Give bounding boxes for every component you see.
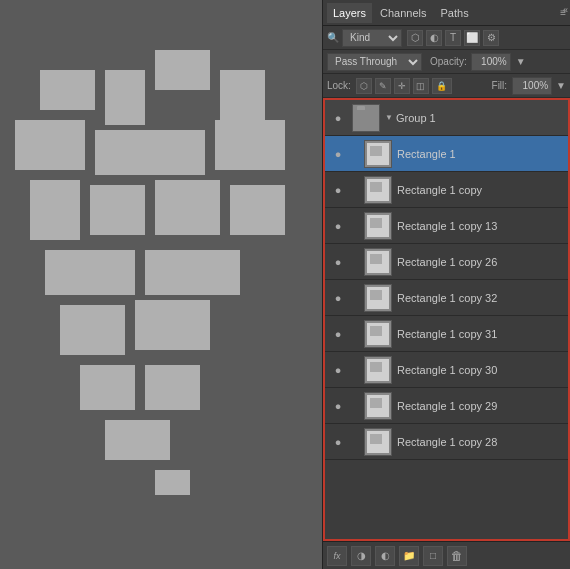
canvas-rect xyxy=(220,70,265,125)
layers-panel: « Layers Channels Paths ≡ 🔍 Kind ⬡ ◐ T ⬜… xyxy=(322,0,570,569)
create-new-layer-button[interactable]: □ xyxy=(423,546,443,566)
tab-layers[interactable]: Layers xyxy=(327,3,372,23)
canvas-rect xyxy=(15,120,85,170)
canvas-rect xyxy=(105,70,145,125)
fill-input[interactable] xyxy=(512,77,552,95)
fill-label: Fill: xyxy=(492,80,508,91)
canvas-rect xyxy=(145,250,240,295)
layer-thumbnail-rect1copy30 xyxy=(364,356,392,384)
lock-row: Lock: ⬡ ✎ ✛ ◫ 🔒 Fill: ▼ xyxy=(323,74,570,98)
layer-item-rect1copy30[interactable]: ● Rectangle 1 copy 30 xyxy=(325,352,568,388)
lock-transparent-button[interactable]: ⬡ xyxy=(356,78,372,94)
add-mask-button[interactable]: ◑ xyxy=(351,546,371,566)
kind-filter-icons: ⬡ ◐ T ⬜ ⚙ xyxy=(407,30,499,46)
layer-thumbnail-rect1copy26 xyxy=(364,248,392,276)
canvas-rect xyxy=(155,470,190,495)
layer-item-rect1copy13[interactable]: ● Rectangle 1 copy 13 xyxy=(325,208,568,244)
layer-visibility-rect1copy29[interactable]: ● xyxy=(329,397,347,415)
layer-name-rect1copy29: Rectangle 1 copy 29 xyxy=(397,400,564,412)
filter-type-icon[interactable]: T xyxy=(445,30,461,46)
blend-mode-select[interactable]: Pass Through xyxy=(327,53,422,71)
layer-visibility-group1[interactable]: ● xyxy=(329,109,347,127)
lock-pixels-button[interactable]: ✎ xyxy=(375,78,391,94)
panel-tabs: Layers Channels Paths ≡ xyxy=(323,0,570,26)
tab-paths[interactable]: Paths xyxy=(435,3,475,23)
layer-visibility-rect1copy31[interactable]: ● xyxy=(329,325,347,343)
lock-all-button[interactable]: 🔒 xyxy=(432,78,452,94)
layer-visibility-rect1copy30[interactable]: ● xyxy=(329,361,347,379)
tab-channels[interactable]: Channels xyxy=(374,3,432,23)
canvas-rect xyxy=(135,300,210,350)
fx-button[interactable]: fx xyxy=(327,546,347,566)
layer-thumbnail-rect1copy xyxy=(364,176,392,204)
layer-name-rect1copy32: Rectangle 1 copy 32 xyxy=(397,292,564,304)
lock-label: Lock: xyxy=(327,80,351,91)
layer-thumbnail-rect1 xyxy=(364,140,392,168)
layer-item-rect1[interactable]: ● Rectangle 1 xyxy=(325,136,568,172)
filter-pixel-icon[interactable]: ⬡ xyxy=(407,30,423,46)
layer-name-rect1: Rectangle 1 xyxy=(397,148,564,160)
canvas-area xyxy=(0,0,320,569)
opacity-label: Opacity: xyxy=(430,56,467,67)
layer-visibility-rect1[interactable]: ● xyxy=(329,145,347,163)
canvas-rect xyxy=(60,305,125,355)
layer-item-group1[interactable]: ● ▼ Group 1 xyxy=(325,100,568,136)
delete-layer-button[interactable]: 🗑 xyxy=(447,546,467,566)
search-icon: 🔍 xyxy=(327,32,339,43)
canvas-rect xyxy=(45,250,135,295)
layer-visibility-rect1copy26[interactable]: ● xyxy=(329,253,347,271)
lock-artboard-button[interactable]: ◫ xyxy=(413,78,429,94)
canvas-rect xyxy=(105,420,170,460)
canvas-rect xyxy=(155,180,220,235)
layer-thumbnail-rect1copy13 xyxy=(364,212,392,240)
layer-name-rect1copy: Rectangle 1 copy xyxy=(397,184,564,196)
panel-collapse-button[interactable]: « xyxy=(563,5,568,15)
layer-thumbnail-rect1copy31 xyxy=(364,320,392,348)
filter-shape-icon[interactable]: ⬜ xyxy=(464,30,480,46)
layers-list[interactable]: ● ▼ Group 1 ● Rectangle 1 ● Rectangle 1 … xyxy=(323,98,570,541)
layer-thumbnail-rect1copy32 xyxy=(364,284,392,312)
canvas-rect xyxy=(230,185,285,235)
canvas-rect xyxy=(30,180,80,240)
canvas-rect xyxy=(90,185,145,235)
layer-item-rect1copy32[interactable]: ● Rectangle 1 copy 32 xyxy=(325,280,568,316)
kind-select[interactable]: Kind xyxy=(342,29,402,47)
layer-name-group1: Group 1 xyxy=(396,112,564,124)
fill-dropdown-icon[interactable]: ▼ xyxy=(556,80,566,91)
filter-adjustment-icon[interactable]: ◐ xyxy=(426,30,442,46)
layer-visibility-rect1copy13[interactable]: ● xyxy=(329,217,347,235)
layer-item-rect1copy28[interactable]: ● Rectangle 1 copy 28 xyxy=(325,424,568,460)
layer-thumbnail-group1 xyxy=(352,104,380,132)
layer-thumbnail-rect1copy29 xyxy=(364,392,392,420)
layer-name-rect1copy31: Rectangle 1 copy 31 xyxy=(397,328,564,340)
layer-name-rect1copy13: Rectangle 1 copy 13 xyxy=(397,220,564,232)
filter-smart-icon[interactable]: ⚙ xyxy=(483,30,499,46)
blend-row: Pass Through Opacity: ▼ xyxy=(323,50,570,74)
canvas-rect xyxy=(80,365,135,410)
layer-item-rect1copy26[interactable]: ● Rectangle 1 copy 26 xyxy=(325,244,568,280)
layer-item-rect1copy31[interactable]: ● Rectangle 1 copy 31 xyxy=(325,316,568,352)
group-expand-triangle[interactable]: ▼ xyxy=(385,113,393,122)
layer-visibility-rect1copy32[interactable]: ● xyxy=(329,289,347,307)
kind-row: 🔍 Kind ⬡ ◐ T ⬜ ⚙ xyxy=(323,26,570,50)
layer-item-rect1copy[interactable]: ● Rectangle 1 copy xyxy=(325,172,568,208)
layer-thumbnail-rect1copy28 xyxy=(364,428,392,456)
layer-visibility-rect1copy[interactable]: ● xyxy=(329,181,347,199)
canvas-rect xyxy=(215,120,285,170)
layer-name-rect1copy30: Rectangle 1 copy 30 xyxy=(397,364,564,376)
canvas-rect xyxy=(155,50,210,90)
canvas-rect xyxy=(95,130,205,175)
layer-name-rect1copy28: Rectangle 1 copy 28 xyxy=(397,436,564,448)
panel-footer: fx ◑ ◐ 📁 □ 🗑 xyxy=(323,541,570,569)
opacity-dropdown-icon[interactable]: ▼ xyxy=(516,56,526,67)
group-layers-button[interactable]: 📁 xyxy=(399,546,419,566)
canvas-rect xyxy=(145,365,200,410)
lock-position-button[interactable]: ✛ xyxy=(394,78,410,94)
add-adjustment-button[interactable]: ◐ xyxy=(375,546,395,566)
layer-item-rect1copy29[interactable]: ● Rectangle 1 copy 29 xyxy=(325,388,568,424)
layer-visibility-rect1copy28[interactable]: ● xyxy=(329,433,347,451)
layer-name-rect1copy26: Rectangle 1 copy 26 xyxy=(397,256,564,268)
canvas-rect xyxy=(40,70,95,110)
opacity-input[interactable] xyxy=(471,53,511,71)
